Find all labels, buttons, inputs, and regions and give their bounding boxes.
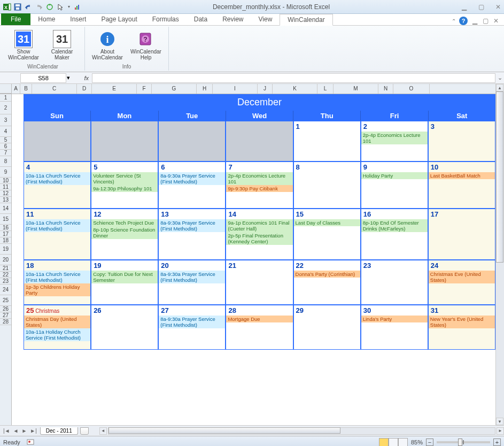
new-sheet-button[interactable]: [80, 427, 89, 435]
row-header-18[interactable]: 18: [0, 237, 11, 244]
calendar-event[interactable]: 2p-4p Economics Lecture 101: [361, 132, 428, 144]
calendar-event[interactable]: 8a-9:30a Prayer Service (First Methodist…: [159, 316, 225, 328]
macro-record-icon[interactable]: [27, 438, 34, 447]
calendar-cell[interactable]: 168p-10p End Of Semester Drinks (McFarle…: [361, 209, 428, 260]
row-header-12[interactable]: 12: [0, 190, 11, 197]
row-header-8[interactable]: 8: [0, 156, 11, 167]
calendar-event[interactable]: 10a-11a Church Service (First Methodist): [24, 172, 90, 185]
col-header-G[interactable]: G: [152, 84, 197, 94]
col-header-N[interactable]: N: [378, 84, 393, 94]
row-header-16[interactable]: 16: [0, 225, 11, 231]
calendar-event[interactable]: 10a-11a Church Service (First Methodist): [24, 271, 90, 283]
calendar-cell[interactable]: 9Holiday Party: [361, 162, 428, 209]
calendar-cell[interactable]: [91, 121, 158, 162]
col-header-M[interactable]: M: [334, 84, 378, 94]
chart-icon[interactable]: [73, 2, 82, 12]
col-header-A[interactable]: A: [12, 84, 20, 94]
calendar-cell[interactable]: 19Copy: Tuition Due for Next Semester: [91, 260, 158, 305]
calendar-event[interactable]: Linda's Party: [361, 316, 428, 322]
col-header-L[interactable]: L: [317, 84, 334, 94]
col-header-C[interactable]: C: [32, 84, 77, 94]
col-header-F[interactable]: F: [137, 84, 152, 94]
undo-icon[interactable]: [24, 2, 33, 12]
row-header-2[interactable]: 2: [0, 102, 11, 114]
row-header-17[interactable]: 17: [0, 231, 11, 237]
excel-icon[interactable]: X: [2, 2, 12, 12]
calendar-event[interactable]: Last Day of Classes: [294, 219, 360, 226]
calendar-event[interactable]: 2p-4p Economics Lecture 101: [226, 172, 292, 185]
namebox-dropdown-icon[interactable]: ▾: [66, 74, 71, 81]
tab-formulas[interactable]: Formulas: [145, 13, 187, 25]
sheet-next-icon[interactable]: ►: [20, 428, 28, 434]
sheet-tab-dec-2011[interactable]: Dec - 2011: [40, 427, 78, 435]
tab-view[interactable]: View: [251, 13, 280, 25]
wincalendar-help-button[interactable]: ? WinCalendar Help: [128, 28, 164, 63]
calendar-cell[interactable]: 208a-9:30a Prayer Service (First Methodi…: [158, 260, 226, 305]
row-header-6[interactable]: 6: [0, 143, 11, 150]
row-header-1[interactable]: 1: [0, 94, 11, 102]
calendar-event[interactable]: Volunteer Service (St Vincents): [91, 172, 158, 185]
calendar-cell[interactable]: 22Donna's Party (Corinthian): [293, 260, 361, 305]
calendar-cell[interactable]: 22p-4p Economics Lecture 101: [361, 121, 428, 162]
tab-insert[interactable]: Insert: [63, 13, 94, 25]
calendar-event[interactable]: 1p-3p Childrens Holiday Party: [24, 283, 90, 296]
row-header-20[interactable]: 20: [0, 255, 11, 265]
row-header-21[interactable]: 21: [0, 265, 11, 272]
col-header-H[interactable]: H: [197, 84, 213, 94]
calendar-event[interactable]: Donna's Party (Corinthian): [294, 271, 360, 278]
workbook-close-icon[interactable]: ✕: [492, 17, 500, 25]
row-header-3[interactable]: 3: [0, 114, 11, 126]
show-wincalendar-button[interactable]: 31 Show WinCalendar: [5, 28, 42, 63]
scroll-down-icon[interactable]: ▼: [496, 418, 503, 425]
ribbon-collapse-icon[interactable]: ⌃: [452, 18, 456, 24]
calendar-event[interactable]: Last BasketBall Match: [429, 172, 495, 179]
calendar-cell[interactable]: 1810a-11a Church Service (First Methodis…: [24, 260, 91, 305]
calendar-cell[interactable]: 278a-9:30a Prayer Service (First Methodi…: [158, 305, 226, 350]
col-header-J[interactable]: J: [258, 84, 273, 94]
calendar-event[interactable]: Schience Tech Project Due: [91, 219, 158, 226]
zoom-in-button[interactable]: +: [493, 439, 501, 446]
tab-file[interactable]: File: [1, 13, 30, 25]
calendar-event[interactable]: Christmas Day (United States): [24, 316, 90, 328]
col-header-K[interactable]: K: [273, 84, 317, 94]
calendar-event[interactable]: 8a-9:30a Prayer Service (First Methodist…: [159, 172, 225, 185]
close-button[interactable]: ✕: [494, 3, 502, 11]
calendar-event[interactable]: Mortgage Due: [226, 316, 292, 322]
calendar-cell[interactable]: 29: [293, 305, 361, 350]
row-header-9[interactable]: 9: [0, 167, 11, 178]
calendar-cell[interactable]: [24, 121, 91, 162]
calendar-cell[interactable]: 1: [293, 121, 361, 162]
scroll-up-icon[interactable]: ▲: [496, 84, 503, 91]
zoom-thumb[interactable]: [458, 439, 462, 446]
calendar-cell[interactable]: 12Schience Tech Project Due8p-10p Scienc…: [91, 209, 158, 260]
row-header-4[interactable]: 4: [0, 126, 11, 137]
calendar-event[interactable]: 9a-1p Economics 101 Final (Cueter Hall): [226, 219, 292, 232]
select-all-corner[interactable]: [0, 84, 12, 94]
row-header-24[interactable]: 24: [0, 284, 11, 295]
row-header-26[interactable]: 26: [0, 306, 11, 312]
cursor-icon[interactable]: [56, 2, 65, 12]
calendar-event[interactable]: New Year's Eve (United States): [429, 316, 495, 328]
page-layout-view-button[interactable]: [389, 438, 398, 447]
tab-wincalendar[interactable]: WinCalendar: [280, 14, 332, 26]
minimize-button[interactable]: ▁: [460, 3, 468, 11]
zoom-out-button[interactable]: −: [426, 439, 433, 446]
calendar-cell[interactable]: 28Mortgage Due: [226, 305, 293, 350]
scroll-right-icon[interactable]: ►: [497, 427, 504, 435]
calendar-cell[interactable]: 25 ChristmasChristmas Day (United States…: [24, 305, 91, 350]
row-header-19[interactable]: 19: [0, 244, 11, 255]
col-header-D[interactable]: D: [77, 84, 92, 94]
row-header-14[interactable]: 14: [0, 203, 11, 214]
calendar-event[interactable]: 8p-10p Science Foundation Dinner: [91, 226, 158, 239]
formula-bar-expand-icon[interactable]: ⌄: [495, 74, 504, 81]
calendar-maker-button[interactable]: 31 Calendar Maker: [44, 28, 80, 63]
calendar-event[interactable]: 9a-12:30p Philosophy 101: [91, 185, 158, 192]
row-header-13[interactable]: 13: [0, 197, 11, 203]
tab-review[interactable]: Review: [215, 13, 251, 25]
name-box[interactable]: [20, 73, 66, 83]
help-icon[interactable]: ?: [459, 17, 468, 25]
calendar-cell[interactable]: 3: [428, 121, 495, 162]
qat-dropdown-icon[interactable]: ▾: [66, 2, 72, 12]
scroll-left-icon[interactable]: ◄: [99, 427, 107, 435]
calendar-cell[interactable]: 17: [428, 209, 495, 260]
